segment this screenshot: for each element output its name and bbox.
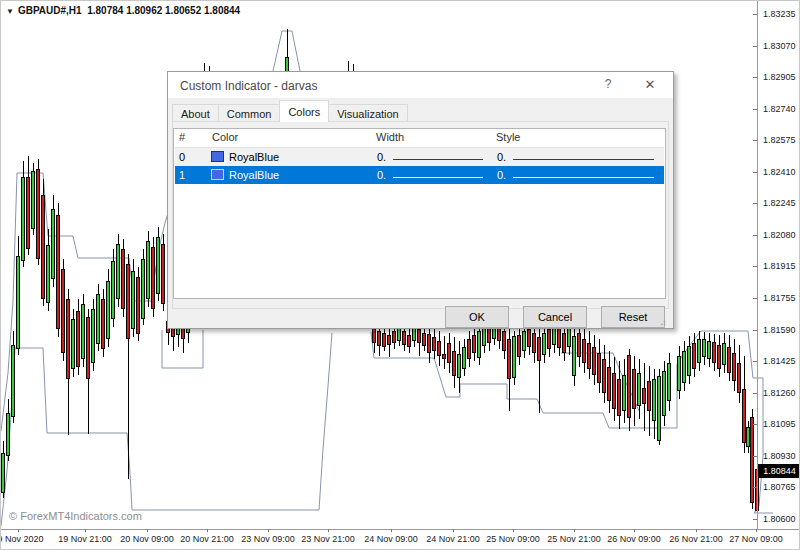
cancel-button[interactable]: Cancel [523, 306, 587, 328]
table-row[interactable]: 0 RoyalBlue 0. 0. [175, 147, 664, 167]
row-index: 0 [179, 151, 185, 163]
help-icon[interactable]: ? [599, 77, 617, 93]
style-preview-line [513, 159, 654, 160]
width-preview-line [393, 177, 483, 178]
table-row-selected[interactable]: 1 RoyalBlue 0. 0. [175, 166, 664, 184]
width-value: 0. [377, 169, 386, 181]
width-value: 0. [377, 151, 386, 163]
mt4-chart-window: ▼GBPAUD#,H1 1.80784 1.80962 1.80652 1.80… [0, 0, 800, 550]
chart-dropdown-icon[interactable]: ▼ [6, 7, 14, 16]
price-axis-line [757, 1, 758, 529]
symbol-label: GBPAUD#,H1 [18, 5, 82, 16]
col-header-index[interactable]: # [179, 131, 185, 143]
tab-strip: AboutCommonColorsVisualization [172, 100, 407, 121]
dialog-titlebar[interactable]: Custom Indicator - darvas ? ✕ [168, 72, 673, 98]
color-swatch [211, 169, 224, 180]
style-value: 0. [497, 169, 506, 181]
time-axis-line [1, 529, 800, 530]
col-header-style[interactable]: Style [496, 131, 520, 143]
col-header-width[interactable]: Width [376, 131, 404, 143]
width-preview-line [393, 159, 483, 160]
watermark: © ForexMT4Indicators.com [9, 510, 142, 522]
tab-colors[interactable]: Colors [279, 100, 329, 122]
custom-indicator-dialog: Custom Indicator - darvas ? ✕ AboutCommo… [167, 71, 674, 329]
current-price-tag: 1.80844 [758, 464, 800, 478]
dialog-title: Custom Indicator - darvas [180, 79, 317, 93]
color-swatch [211, 151, 224, 162]
ok-button[interactable]: OK [445, 306, 509, 328]
colors-table: # Color Width Style 0 RoyalBlue 0. 0. 1 … [173, 128, 666, 299]
style-preview-line [513, 177, 654, 178]
symbol-header: ▼GBPAUD#,H1 1.80784 1.80962 1.80652 1.80… [6, 5, 240, 16]
resize-grip-icon[interactable]: ⣠ [660, 315, 670, 325]
color-name: RoyalBlue [229, 169, 279, 181]
style-value: 0. [497, 151, 506, 163]
col-header-color[interactable]: Color [212, 131, 238, 143]
color-name: RoyalBlue [229, 151, 279, 163]
ohlc-values: 1.80784 1.80962 1.80652 1.80844 [87, 5, 240, 16]
close-icon[interactable]: ✕ [641, 77, 659, 93]
reset-button[interactable]: Reset [601, 306, 665, 328]
row-index: 1 [179, 169, 185, 181]
